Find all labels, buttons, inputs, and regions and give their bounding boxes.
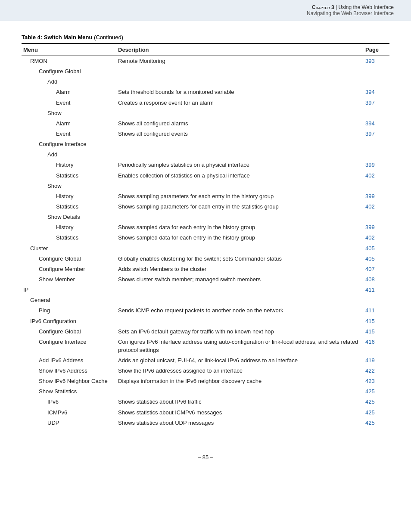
description-cell: Remote Monitoring <box>116 56 364 67</box>
table-row: IPv6Shows statistics about IPv6 traffic4… <box>22 397 389 407</box>
description-cell: Show the IPv6 addresses assigned to an i… <box>116 366 364 376</box>
page-link[interactable]: 425 <box>365 409 375 416</box>
table-row: Show <box>22 181 389 191</box>
menu-cell: IPv6 <box>22 397 116 407</box>
page-link[interactable]: 394 <box>365 89 375 95</box>
menu-cell: Event <box>22 129 116 139</box>
description-cell: Shows all configured events <box>116 129 364 139</box>
page-link[interactable]: 402 <box>365 234 375 241</box>
table-row: ICMPv6Shows statistics about ICMPv6 mess… <box>22 408 389 418</box>
menu-cell: Alarm <box>22 87 116 97</box>
page-cell: 402 <box>364 202 389 212</box>
description-cell: Globally enables clustering for the swit… <box>116 254 364 264</box>
description-cell: Sets an IPv6 default gateway for traffic… <box>116 327 364 337</box>
page-cell: 407 <box>364 264 389 274</box>
page-link[interactable]: 425 <box>365 420 375 426</box>
table-row: HistoryShows sampled data for each entry… <box>22 222 389 233</box>
page-link[interactable]: 415 <box>365 328 375 335</box>
description-cell: Shows sampling parameters for each entry… <box>116 202 364 212</box>
page-cell: 399 <box>364 160 389 170</box>
page-link[interactable]: 405 <box>365 255 375 262</box>
description-cell <box>116 295 364 305</box>
page-header: Chapter 3 | Using the Web Interface Navi… <box>0 0 411 21</box>
header-subtitle: Navigating the Web Browser Interface <box>17 10 394 16</box>
page-cell: 402 <box>364 233 389 243</box>
table-row: General <box>22 295 389 305</box>
page-link[interactable]: 399 <box>365 193 375 199</box>
page-link[interactable]: 402 <box>365 172 375 179</box>
description-cell <box>116 77 364 87</box>
page-link[interactable]: 411 <box>365 307 375 314</box>
page-link[interactable]: 399 <box>365 162 375 168</box>
table-row: Show IPv6 Neighbor CacheDisplays informa… <box>22 376 389 386</box>
table-row: IP411 <box>22 285 389 295</box>
table-row: IPv6 Configuration415 <box>22 316 389 327</box>
menu-cell: Alarm <box>22 118 116 129</box>
table-row: Show <box>22 108 389 118</box>
page-link[interactable]: 393 <box>365 58 375 64</box>
page-cell: 399 <box>364 191 389 202</box>
page-link[interactable]: 394 <box>365 120 375 127</box>
page-link[interactable]: 399 <box>365 224 375 230</box>
description-cell: Shows sampling parameters for each entry… <box>116 191 364 202</box>
description-cell: Shows statistics about IPv6 traffic <box>116 397 364 407</box>
page-link[interactable]: 397 <box>365 100 375 106</box>
page-link[interactable]: 402 <box>365 203 375 210</box>
page-link[interactable]: 416 <box>365 339 375 345</box>
main-table: Menu Description Page RMONRemote Monitor… <box>22 43 389 428</box>
description-cell <box>116 212 364 222</box>
page-cell <box>364 212 389 222</box>
table-row: Configure MemberAdds switch Members to t… <box>22 264 389 274</box>
page-cell <box>364 181 389 191</box>
menu-cell: History <box>22 191 116 202</box>
table-row: Show IPv6 AddressShow the IPv6 addresses… <box>22 366 389 376</box>
menu-cell: Show Statistics <box>22 386 116 397</box>
page-link[interactable]: 422 <box>365 367 375 374</box>
menu-cell: Show IPv6 Address <box>22 366 116 376</box>
menu-cell: Event <box>22 98 116 108</box>
page-link[interactable]: 423 <box>365 378 375 384</box>
table-row: Configure Interface <box>22 139 389 149</box>
table-row: Show MemberShows cluster switch member; … <box>22 274 389 285</box>
page-link[interactable]: 405 <box>365 245 375 252</box>
page-link[interactable]: 419 <box>365 357 375 364</box>
table-row: HistoryShows sampling parameters for eac… <box>22 191 389 202</box>
header-separator: | <box>334 4 339 10</box>
page-link[interactable]: 397 <box>365 131 375 137</box>
col-description: Description <box>116 44 364 56</box>
page-cell: 397 <box>364 129 389 139</box>
page-link[interactable]: 415 <box>365 318 375 324</box>
description-cell: Shows cluster switch member; managed swi… <box>116 274 364 285</box>
page-link[interactable]: 411 <box>365 286 375 293</box>
description-cell: Periodically samples statistics on a phy… <box>116 160 364 170</box>
description-cell <box>116 149 364 160</box>
page-link[interactable]: 425 <box>365 388 375 395</box>
chapter-label: Chapter 3 <box>312 4 334 10</box>
table-row: RMONRemote Monitoring393 <box>22 56 389 67</box>
page-link[interactable]: 408 <box>365 276 375 283</box>
description-cell: Creates a response event for an alarm <box>116 98 364 108</box>
menu-cell: General <box>22 295 116 305</box>
page-cell: 416 <box>364 337 389 355</box>
page-footer: – 85 – <box>0 445 411 465</box>
description-cell: Sends ICMP echo request packets to anoth… <box>116 305 364 316</box>
menu-cell: Statistics <box>22 233 116 243</box>
page-cell: 393 <box>364 56 389 67</box>
description-cell <box>116 386 364 397</box>
page-cell <box>364 108 389 118</box>
page-link[interactable]: 425 <box>365 398 375 405</box>
page-cell: 411 <box>364 305 389 316</box>
description-cell: Shows all configured alarms <box>116 118 364 129</box>
table-row: EventShows all configured events397 <box>22 129 389 139</box>
header-line1: Chapter 3 | Using the Web Interface <box>17 4 394 10</box>
menu-cell: RMON <box>22 56 116 67</box>
table-row: AlarmShows all configured alarms394 <box>22 118 389 129</box>
page-link[interactable]: 407 <box>365 266 375 272</box>
col-menu: Menu <box>22 44 116 56</box>
description-cell: Enables collection of statistics on a ph… <box>116 171 364 181</box>
menu-cell: Configure Global <box>22 254 116 264</box>
page-cell: 408 <box>364 274 389 285</box>
table-row: PingSends ICMP echo request packets to a… <box>22 305 389 316</box>
menu-cell: Statistics <box>22 171 116 181</box>
page-cell <box>364 149 389 160</box>
